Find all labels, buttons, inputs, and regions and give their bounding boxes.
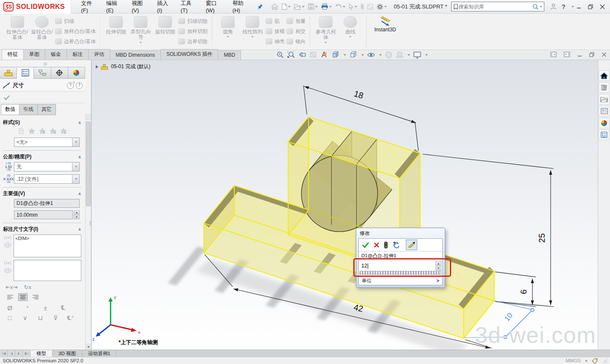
search-options-caret-icon[interactable] — [540, 6, 542, 8]
minimize-button[interactable] — [577, 4, 581, 9]
justify-right-button[interactable] — [31, 293, 40, 301]
save-style-icon[interactable] — [50, 128, 56, 134]
prev-tab-icon[interactable] — [8, 350, 15, 357]
file-explorer-icon[interactable] — [599, 94, 610, 105]
home-button[interactable] — [270, 3, 280, 11]
tab-mbd[interactable]: MBD — [218, 50, 241, 60]
reference-geometry-button[interactable]: 参考几何体 — [314, 15, 338, 44]
model-canvas[interactable]: 18 25 6 42 — [92, 60, 598, 350]
displaymanager-tab[interactable] — [68, 67, 85, 79]
open-document-button[interactable] — [293, 3, 306, 11]
search-input[interactable] — [458, 4, 532, 10]
apply-scene-icon[interactable] — [396, 51, 404, 59]
justify-left-button[interactable] — [6, 293, 15, 301]
value-spinner[interactable] — [74, 210, 80, 219]
dimension-text-area[interactable]: <DIM> — [14, 234, 81, 257]
collapse-chevron-icon[interactable]: ∧ — [78, 191, 81, 196]
graphics-viewport[interactable]: 05-01 完成 (默认) 3d-wei.com — [92, 60, 598, 350]
text-offset-icon[interactable]: ↻x — [23, 284, 32, 290]
spinbox-increment-button[interactable] — [406, 240, 417, 250]
display-style-caret-icon[interactable] — [361, 54, 364, 56]
hide-show-items-icon[interactable] — [367, 51, 375, 59]
edit-appearance-icon[interactable] — [385, 51, 393, 59]
unit-system[interactable]: MMGS — [566, 358, 581, 363]
apply-default-style-icon[interactable] — [18, 128, 25, 134]
motion-study-tab[interactable]: 运动算例1 — [82, 350, 116, 357]
dimension-text-section-header[interactable]: 标注尺寸文字(I)∧ — [3, 226, 81, 233]
help-icon[interactable]: ? — [76, 82, 83, 89]
centerline-symbol-button[interactable]: ℄ — [59, 304, 67, 312]
select-cursor-button[interactable] — [347, 3, 358, 11]
restore-button[interactable] — [588, 4, 593, 9]
cup-symbol-button[interactable]: ⊔ — [36, 314, 44, 321]
scrollbar-thumb[interactable] — [86, 121, 91, 206]
dimension-value-field[interactable]: 10.00mm — [14, 210, 73, 219]
search-icon[interactable] — [532, 3, 539, 10]
curves-button[interactable]: 曲线 — [338, 15, 362, 38]
view-orientation-caret-icon[interactable] — [344, 54, 346, 56]
close-button[interactable] — [600, 4, 605, 9]
rebuild-icon[interactable] — [384, 241, 388, 249]
style-section-header[interactable]: 样式(S)∧ — [3, 119, 81, 126]
view-orientation-icon[interactable] — [331, 51, 340, 59]
boundary-boss-button[interactable]: 边界凸台/基体 — [55, 36, 96, 47]
scroll-down-icon[interactable] — [86, 344, 91, 350]
tag-icon[interactable] — [592, 358, 598, 364]
hole-wizard-button[interactable]: 异型孔向导 — [129, 15, 152, 44]
view-palette-icon[interactable] — [599, 106, 610, 116]
next-tab-icon[interactable] — [15, 350, 23, 357]
featuremanager-tab[interactable] — [0, 67, 17, 79]
units-caret-icon[interactable] — [585, 360, 588, 361]
collapse-left-pane-icon[interactable] — [550, 52, 557, 57]
dimxpertmanager-tab[interactable] — [51, 67, 68, 79]
linear-pattern-button[interactable]: 线性阵列 — [241, 15, 264, 38]
units-expander[interactable]: 单位> — [359, 276, 442, 285]
ok-check-icon[interactable] — [3, 95, 10, 101]
view-settings-icon[interactable] — [413, 51, 421, 59]
collapse-right-pane-icon[interactable] — [564, 52, 570, 57]
display-style-icon[interactable] — [349, 51, 358, 59]
menu-tools[interactable]: 工具(T) — [177, 0, 200, 15]
instant3d-button[interactable]: Instant3D — [370, 15, 400, 33]
previous-view-icon[interactable] — [298, 51, 306, 59]
mirror-button[interactable]: 镜向 — [286, 36, 305, 47]
resize-grip[interactable] — [602, 358, 607, 363]
panel-scrollbar[interactable] — [85, 114, 91, 350]
apply-scene-caret-icon[interactable] — [408, 54, 410, 56]
zoom-area-icon[interactable] — [287, 51, 295, 59]
user-account-icon[interactable] — [550, 3, 557, 10]
tab-features[interactable]: 特征 — [2, 49, 24, 60]
dual-dim-paren-icon[interactable] — [4, 261, 11, 265]
zoom-fit-icon[interactable] — [276, 51, 284, 59]
override-text-icon[interactable] — [4, 235, 11, 240]
new-document-button[interactable] — [280, 3, 292, 11]
intersect-button[interactable]: 相交 — [286, 26, 305, 36]
depth-symbol-button[interactable]: ⊽ — [51, 314, 60, 321]
curves-caret-icon[interactable] — [349, 36, 352, 38]
appearances-icon[interactable] — [599, 118, 610, 128]
first-tab-icon[interactable] — [0, 350, 8, 357]
menu-insert[interactable]: 插入(I) — [153, 0, 175, 15]
modify-dialog[interactable]: 修改 D1@凸台-拉伸1 12 单位> — [356, 228, 445, 288]
revolved-cut-button[interactable]: 旋转切除 — [153, 15, 177, 35]
tolerance-caret-icon[interactable] — [72, 163, 79, 171]
knowledge-search[interactable] — [451, 2, 544, 11]
tree-expand-icon[interactable] — [96, 65, 98, 69]
menu-file[interactable]: 文件(F) — [77, 0, 100, 15]
whats-new-help-icon[interactable]: ?* — [67, 82, 74, 89]
draft-button[interactable]: 拔模 — [266, 26, 285, 36]
panel-grip[interactable] — [44, 62, 47, 66]
lofted-boss-button[interactable]: 放样凸台/基体 — [55, 26, 96, 36]
shell-button[interactable]: 抽壳 — [266, 36, 285, 47]
3d-views-tab[interactable]: 3D 视图 — [53, 350, 82, 357]
options-gear-button[interactable] — [375, 3, 388, 11]
tree-item-label[interactable]: 05-01 完成 (默认) — [111, 63, 150, 70]
collapse-chevron-icon[interactable]: ∧ — [78, 120, 81, 125]
print-button[interactable] — [320, 3, 333, 11]
cancel-icon[interactable] — [374, 242, 380, 248]
hide-annotations-icon[interactable] — [320, 51, 328, 59]
add-style-icon[interactable] — [28, 128, 35, 134]
doc-restore-button[interactable] — [589, 52, 594, 57]
collapse-chevron-icon[interactable]: ∧ — [78, 227, 81, 232]
configurationmanager-tab[interactable] — [33, 67, 51, 79]
